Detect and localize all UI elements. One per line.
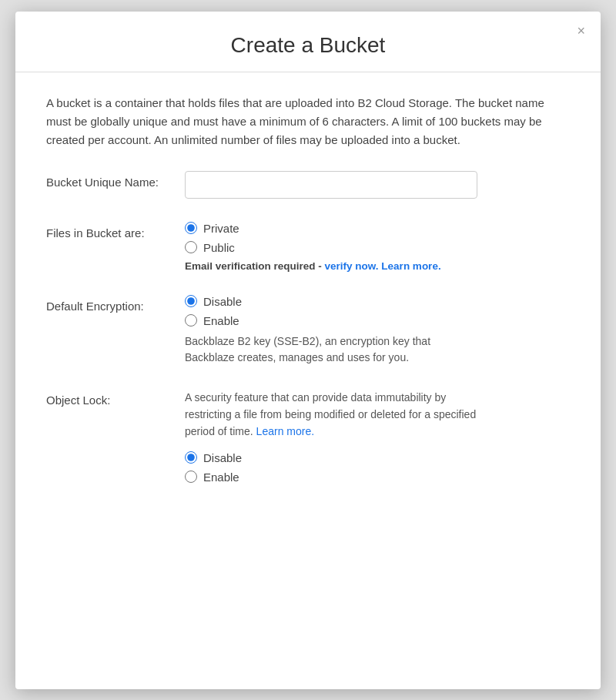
bucket-name-label: Bucket Unique Name: (46, 171, 185, 189)
object-lock-label: Object Lock: (46, 389, 185, 407)
verify-now-link[interactable]: verify now. (325, 260, 379, 272)
files-in-bucket-control: Private Public Email verification requir… (185, 222, 570, 272)
radio-object-lock-disable-input[interactable] (185, 451, 197, 464)
radio-public-label: Public (203, 241, 235, 254)
radio-encryption-disable-input[interactable] (185, 295, 197, 307)
bucket-name-input[interactable] (185, 171, 477, 199)
radio-object-lock-enable-label: Enable (203, 471, 239, 484)
files-in-bucket-section: Files in Bucket are: Private Public Emai… (46, 222, 570, 272)
files-in-bucket-label: Files in Bucket are: (46, 222, 185, 239)
bucket-name-control (185, 171, 570, 199)
object-lock-radio-group: Disable Enable (185, 451, 570, 484)
radio-object-lock-disable-label: Disable (203, 451, 242, 464)
radio-encryption-enable[interactable]: Enable (185, 314, 570, 327)
modal-body: A bucket is a container that holds files… (15, 72, 601, 538)
radio-encryption-enable-label: Enable (203, 314, 239, 327)
create-bucket-modal: Create a Bucket × A bucket is a containe… (15, 12, 601, 689)
radio-encryption-disable[interactable]: Disable (185, 295, 570, 308)
object-lock-description: A security feature that can provide data… (185, 389, 493, 440)
radio-encryption-disable-label: Disable (203, 295, 242, 308)
files-visibility-radio-group: Private Public (185, 222, 570, 254)
radio-private-input[interactable] (185, 222, 197, 234)
radio-object-lock-disable[interactable]: Disable (185, 451, 570, 464)
radio-object-lock-enable-input[interactable] (185, 471, 197, 483)
encryption-description: Backblaze B2 key (SSE-B2), an encryption… (185, 333, 477, 366)
default-encryption-section: Default Encryption: Disable Enable Backb… (46, 295, 570, 366)
radio-object-lock-enable[interactable]: Enable (185, 471, 570, 484)
description-text: A bucket is a container that holds files… (46, 94, 570, 149)
default-encryption-control: Disable Enable Backblaze B2 key (SSE-B2)… (185, 295, 570, 366)
verification-text: Email verification required - (185, 260, 325, 272)
radio-private-label: Private (203, 222, 239, 235)
object-lock-description-text: A security feature that can provide data… (185, 391, 476, 438)
object-lock-learn-more-link[interactable]: Learn more. (256, 425, 314, 437)
default-encryption-label: Default Encryption: (46, 295, 185, 313)
radio-public-input[interactable] (185, 241, 197, 253)
email-verification-notice: Email verification required - verify now… (185, 260, 570, 272)
close-button[interactable]: × (577, 24, 585, 38)
object-lock-control: A security feature that can provide data… (185, 389, 570, 484)
modal-title: Create a Bucket (46, 33, 570, 58)
radio-public[interactable]: Public (185, 241, 570, 254)
radio-private[interactable]: Private (185, 222, 570, 235)
learn-more-link-verification[interactable]: Learn more. (381, 260, 440, 272)
bucket-name-section: Bucket Unique Name: (46, 171, 570, 199)
object-lock-section: Object Lock: A security feature that can… (46, 389, 570, 484)
modal-header: Create a Bucket × (15, 12, 601, 72)
radio-encryption-enable-input[interactable] (185, 314, 197, 327)
encryption-radio-group: Disable Enable (185, 295, 570, 327)
